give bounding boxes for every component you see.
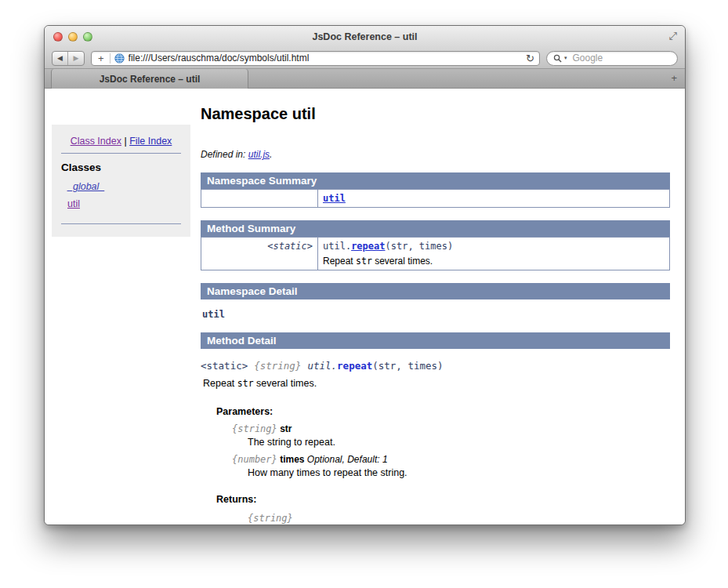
- param-note: Optional, Default: 1: [307, 454, 388, 465]
- method-description: Repeat str several times.: [323, 256, 665, 267]
- param-description: The string to repeat.: [248, 437, 670, 448]
- table-row: <static> util.repeat(str, times) Repeat …: [201, 238, 670, 270]
- defined-in-label: Defined in:: [201, 149, 248, 160]
- param-name: str: [280, 423, 292, 434]
- sidebar-item-util[interactable]: util: [67, 198, 80, 209]
- window-controls: [53, 32, 92, 42]
- globe-icon: [114, 53, 125, 64]
- nav-buttons: ◀ ▶: [52, 51, 85, 66]
- tab-jsdoc-reference[interactable]: JsDoc Reference – util: [51, 69, 248, 89]
- sig-method-name: repeat: [337, 360, 372, 372]
- param-entry: {number} times Optional, Default: 1: [232, 454, 670, 465]
- sidebar-item-global[interactable]: _global_: [67, 181, 104, 192]
- list-item: util: [67, 198, 181, 209]
- close-button[interactable]: [53, 32, 63, 42]
- index-separator: |: [121, 136, 129, 147]
- parameters-label: Parameters:: [216, 406, 670, 417]
- page-title: Namespace util: [201, 105, 670, 123]
- method-cell: util.repeat(str, times) Repeat str sever…: [318, 238, 670, 270]
- classes-heading: Classes: [61, 162, 181, 173]
- returns-label: Returns:: [216, 494, 670, 505]
- add-bookmark-button[interactable]: +: [96, 53, 106, 64]
- search-field[interactable]: ▾ Google: [546, 51, 678, 66]
- method-detail-description: Repeat str several times.: [203, 378, 670, 389]
- method-signature: util.repeat(str, times): [323, 241, 665, 252]
- desc-post: several times.: [254, 378, 317, 389]
- method-summary-header: Method Summary: [201, 220, 670, 237]
- method-args: (str, times): [385, 241, 453, 252]
- repeat-method-link[interactable]: repeat: [351, 241, 385, 252]
- desc-pre: Repeat: [323, 256, 356, 267]
- param-type: {number}: [232, 454, 277, 465]
- desc-code: str: [237, 378, 254, 389]
- tab-label: JsDoc Reference – util: [100, 74, 201, 85]
- param-type: {string}: [232, 423, 277, 434]
- method-summary-table: <static> util.repeat(str, times) Repeat …: [201, 237, 670, 270]
- method-detail-signature: <static>{string}util.repeat(str, times): [201, 360, 670, 372]
- browser-window: JsDoc Reference – util ⤢ ◀ ▶ + file:///U…: [44, 25, 686, 525]
- title-bar[interactable]: JsDoc Reference – util ⤢: [45, 26, 685, 48]
- fullscreen-icon[interactable]: ⤢: [669, 30, 677, 42]
- sig-return-type: {string}: [254, 360, 301, 372]
- desc-code: str: [356, 256, 372, 267]
- sidebar: Class Index | File Index Classes _global…: [52, 125, 190, 237]
- defined-in-suffix: .: [270, 149, 272, 160]
- minimize-button[interactable]: [68, 32, 78, 42]
- defined-in-link[interactable]: util.js: [248, 149, 270, 160]
- browser-toolbar: ◀ ▶ + file:///Users/rauschma/doc/symbols…: [45, 48, 685, 69]
- param-description: How many times to repeat the string.: [248, 467, 670, 478]
- divider: [110, 53, 110, 64]
- namespace-summary-table: util: [201, 189, 670, 208]
- attributes-cell: [201, 190, 318, 208]
- method-detail-header: Method Detail: [201, 332, 670, 349]
- url-text[interactable]: file:///Users/rauschma/doc/symbols/util.…: [129, 53, 520, 64]
- list-item: _global_: [67, 181, 181, 192]
- namespace-util-link[interactable]: util: [323, 193, 346, 204]
- search-icon: [553, 54, 562, 63]
- forward-button[interactable]: ▶: [68, 52, 84, 65]
- sig-static: <static>: [201, 360, 248, 372]
- sig-namespace: util.: [307, 360, 337, 372]
- sidebar-divider-bottom: [61, 223, 181, 224]
- search-engine-caret-icon[interactable]: ▾: [564, 55, 567, 61]
- address-bar[interactable]: + file:///Users/rauschma/doc/symbols/uti…: [91, 51, 540, 66]
- sig-args: (str, times): [372, 360, 443, 372]
- param-entry: {string} str: [232, 423, 670, 434]
- namespace-summary-header: Namespace Summary: [201, 172, 670, 189]
- namespace-detail-code: util: [202, 309, 670, 320]
- index-links: Class Index | File Index: [61, 134, 181, 153]
- reload-icon[interactable]: ↻: [523, 53, 534, 64]
- tab-bar: JsDoc Reference – util +: [45, 69, 685, 89]
- class-index-link[interactable]: Class Index: [71, 136, 121, 147]
- attributes-cell: <static>: [201, 238, 318, 270]
- desc-pre: Repeat: [203, 378, 237, 389]
- sidebar-divider-top: [61, 153, 181, 154]
- search-placeholder: Google: [570, 53, 603, 64]
- desc-post: several times.: [372, 256, 433, 267]
- namespace-cell: util: [318, 190, 670, 208]
- returns-type: {string}: [248, 513, 670, 524]
- main-content: Namespace util Defined in: util.js. Name…: [201, 89, 670, 524]
- window-title: JsDoc Reference – util: [312, 31, 417, 42]
- namespace-detail-header: Namespace Detail: [201, 283, 670, 299]
- back-button[interactable]: ◀: [53, 52, 68, 65]
- new-tab-button[interactable]: +: [671, 72, 677, 84]
- method-prefix: util.: [323, 241, 351, 252]
- param-name: times: [280, 454, 304, 465]
- file-index-link[interactable]: File Index: [129, 136, 172, 147]
- defined-in: Defined in: util.js.: [201, 149, 670, 160]
- zoom-button[interactable]: [83, 32, 92, 42]
- page-content: Class Index | File Index Classes _global…: [45, 89, 685, 524]
- table-row: util: [201, 190, 670, 208]
